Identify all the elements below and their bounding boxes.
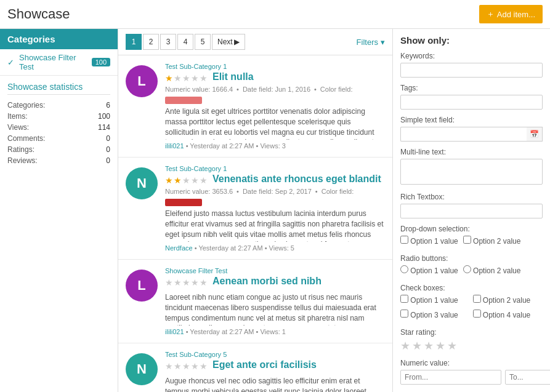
item-body: Test Sub-Category 1 ★★★★★ Elit nulla Num…	[165, 63, 385, 150]
star-5: ★	[200, 278, 208, 287]
page-button-2[interactable]: 2	[143, 34, 159, 50]
stat-value: 6	[106, 101, 110, 110]
plus-icon: ＋	[487, 9, 495, 20]
rich-textbox-input[interactable]	[400, 204, 543, 218]
star-1: ★	[165, 175, 173, 185]
list-item: N Test Sub-Category 1 ★★★★★ Venenatis an…	[118, 158, 392, 260]
item-numeric: Numeric value: 3653.6	[165, 188, 233, 195]
star-1[interactable]: ★	[400, 339, 410, 353]
pagination: 12345 Next ▶ Filters ▾	[118, 29, 392, 55]
star-4[interactable]: ★	[435, 339, 445, 353]
check-icon: ✓	[7, 58, 14, 67]
checkbox-input-3[interactable]	[473, 310, 481, 318]
item-subcategory: Test Sub-Category 5	[165, 351, 385, 358]
item-body: Test Sub-Category 5 ★★★★★ Eget ante orci…	[165, 351, 385, 392]
simple-text-input[interactable]	[400, 127, 527, 142]
next-button[interactable]: Next ▶	[212, 34, 245, 50]
sidebar-filter-item[interactable]: ✓ Showcase Filter Test 100	[0, 49, 118, 76]
tags-label: Tags:	[400, 84, 543, 92]
star-3[interactable]: ★	[424, 339, 434, 353]
sidebar-categories-header: Categories	[0, 29, 118, 49]
item-avatar: L	[126, 270, 158, 302]
item-color-swatch	[165, 97, 202, 104]
keywords-input[interactable]	[400, 63, 543, 78]
stats-rows: Categories:6Items:100Views:114Comments:0…	[7, 100, 110, 166]
item-footer: Nerdface • Yesterday at 2:27 AM • Views:…	[165, 244, 385, 252]
item-subcategory-link[interactable]: Test Sub-Category 1	[165, 63, 227, 70]
stat-value: 100	[98, 112, 110, 121]
page-button-1[interactable]: 1	[126, 34, 142, 50]
page-title: Showcase	[7, 6, 70, 22]
numeric-from-input[interactable]	[400, 370, 501, 385]
filter-tags: Tags:	[400, 84, 543, 110]
item-subcategory: Showcase Filter Test	[165, 267, 385, 274]
item-title[interactable]: Venenatis ante rhoncus eget blandit	[212, 174, 381, 185]
item-list: L Test Sub-Category 1 ★★★★★ Elit nulla N…	[118, 55, 392, 392]
item-title[interactable]: Aenean morbi sed nibh	[212, 276, 322, 287]
item-views: Views: 1	[260, 328, 285, 335]
stat-row: Ratings:0	[7, 144, 110, 155]
filter-rich-textbox: Rich Textbox:	[400, 193, 543, 218]
add-item-button[interactable]: ＋ Add item...	[479, 5, 543, 23]
item-subcategory-link[interactable]: Test Sub-Category 1	[165, 165, 227, 172]
filter-dropdown: Drop-down selection: Option 1 value Opti…	[400, 225, 543, 248]
filter-checkboxes: Check boxes: Option 1 value Option 2 val…	[400, 284, 543, 322]
dropdown-option-1[interactable]: Option 2 value	[463, 236, 521, 246]
multiline-label: Multi-line text:	[400, 148, 543, 156]
checkbox-input-0[interactable]	[400, 295, 408, 303]
item-description: Augue rhoncus vel nec odio sagittis leo …	[165, 376, 385, 392]
star-4: ★	[191, 175, 199, 185]
item-views: Views: 5	[269, 244, 294, 252]
checkbox-option-0[interactable]: Option 1 value	[400, 295, 471, 305]
star-2[interactable]: ★	[412, 339, 422, 353]
page-button-4[interactable]: 4	[177, 34, 193, 50]
stat-value: 114	[98, 123, 110, 132]
checkbox-input-2[interactable]	[400, 310, 408, 318]
star-5[interactable]: ★	[447, 339, 457, 353]
item-subcategory-link[interactable]: Test Sub-Category 5	[165, 351, 227, 358]
main-content: 12345 Next ▶ Filters ▾ L Test Sub-Catego…	[118, 29, 392, 392]
numeric-label: Numeric value:	[400, 359, 543, 367]
stat-label: Views:	[7, 123, 29, 132]
star-2: ★	[174, 175, 182, 185]
checkbox-option-1[interactable]: Option 2 value	[473, 295, 543, 305]
item-author-link[interactable]: ilili021	[165, 328, 184, 335]
radio-input-1[interactable]	[463, 265, 471, 273]
tags-input[interactable]	[400, 95, 543, 110]
item-title[interactable]: Eget ante orci facilisis	[212, 359, 317, 370]
star-rating-label: Star rating:	[400, 328, 543, 337]
radio-input-0[interactable]	[400, 265, 408, 273]
stat-row: Reviews:0	[7, 155, 110, 166]
item-avatar: N	[126, 353, 158, 385]
item-meta: Numeric value: 3653.6 • Date field: Sep …	[165, 188, 385, 206]
filter-numeric: Numeric value:	[400, 359, 543, 385]
item-title[interactable]: Elit nulla	[212, 71, 254, 82]
item-subcategory-link[interactable]: Showcase Filter Test	[165, 267, 227, 274]
dropdown-option-0[interactable]: Option 1 value	[400, 236, 458, 246]
radio-option-0[interactable]: Option 1 value	[400, 265, 458, 275]
stat-row: Items:100	[7, 111, 110, 122]
filter-multiline: Multi-line text:	[400, 148, 543, 186]
calendar-icon[interactable]: 📅	[527, 127, 543, 142]
dropdown-checkbox-1[interactable]	[463, 236, 471, 244]
star-4: ★	[191, 361, 199, 371]
checkbox-input-1[interactable]	[473, 295, 481, 303]
item-footer: ilili021 • Yesterday at 2:27 AM • Views:…	[165, 328, 385, 335]
checkbox-option-2[interactable]: Option 3 value	[400, 310, 471, 319]
page-button-5[interactable]: 5	[195, 34, 211, 50]
star-1: ★	[165, 73, 173, 83]
filter-simple-text: Simple text field: 📅	[400, 116, 543, 142]
multiline-input[interactable]	[400, 159, 543, 185]
page-button-3[interactable]: 3	[160, 34, 176, 50]
filters-button[interactable]: Filters ▾	[357, 38, 385, 47]
radio-option-1[interactable]: Option 2 value	[463, 265, 521, 275]
header: Showcase ＋ Add item...	[0, 0, 550, 29]
item-stars: ★★★★★	[165, 278, 208, 287]
numeric-to-input[interactable]	[505, 370, 550, 385]
star-3: ★	[182, 73, 190, 83]
dropdown-checkbox-0[interactable]	[400, 236, 408, 244]
item-author-link[interactable]: Nerdface	[165, 244, 193, 252]
item-author-link[interactable]: ilili021	[165, 142, 184, 150]
checkbox-option-3[interactable]: Option 4 value	[473, 310, 543, 319]
rating-stars[interactable]: ★ ★ ★ ★ ★	[400, 339, 543, 353]
